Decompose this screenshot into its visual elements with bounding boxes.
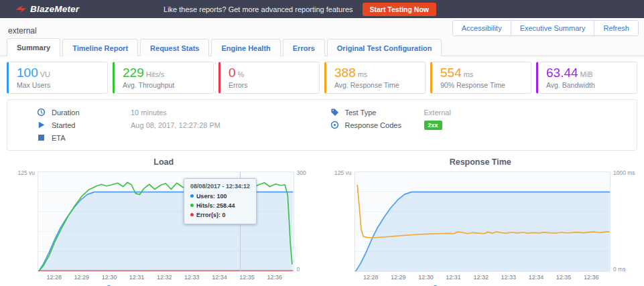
- series-color-dot: [190, 194, 194, 198]
- load-chart: Load 125 vu 300 0 08/08/2017 - 12:34:12U…: [5, 157, 322, 286]
- tab-errors[interactable]: Errors: [283, 39, 325, 56]
- x-tick-label: 12:33: [184, 274, 200, 281]
- clock-icon: [37, 108, 46, 117]
- info-label: Duration: [52, 109, 131, 117]
- x-tick-label: 12:32: [473, 274, 489, 281]
- response-codes-icon: [330, 121, 339, 129]
- info-row-started: StartedAug 08, 2017, 12:27:28 PM: [37, 119, 330, 131]
- x-tick-label: 12:36: [584, 274, 599, 281]
- stop-icon: [37, 133, 46, 142]
- stat-unit: Hits/s: [146, 70, 165, 78]
- stat-value: 100: [17, 66, 38, 80]
- promo-message: Like these reports? Get more advanced re…: [164, 5, 353, 13]
- chart-title: Load: [5, 157, 322, 167]
- info-row-duration: Duration10 minutes: [37, 106, 330, 119]
- info-row-test-type: Test TypeExternal: [330, 106, 624, 119]
- y-axis-right-max-label: 300: [297, 169, 306, 176]
- x-tick-label: 12:34: [212, 274, 227, 281]
- stat-label: Errors: [229, 81, 311, 89]
- stat-value: 63.44: [546, 66, 578, 80]
- stat-label: Avg. Bandwidth: [546, 81, 629, 89]
- info-value: 10 minutes: [131, 109, 167, 117]
- x-tick-label: 12:33: [501, 274, 517, 281]
- tab-request-stats[interactable]: Request Stats: [140, 39, 209, 56]
- y-axis-left-label: 125 vu: [17, 169, 35, 176]
- stat-unit: ms: [358, 70, 368, 78]
- y-axis-left-label: 125 vu: [334, 169, 352, 176]
- stat-value: 0: [229, 66, 236, 80]
- stat-label: Avg. Throughput: [123, 81, 205, 89]
- chart-canvas: [355, 172, 610, 271]
- refresh-button[interactable]: Refresh: [594, 21, 638, 35]
- report-actions: AccessibilityExecutive SummaryRefresh: [452, 20, 639, 36]
- test-info-panel: Duration10 minutesStartedAug 08, 2017, 1…: [7, 99, 637, 151]
- series-color-dot: [190, 213, 194, 216]
- x-tick-label: 12:30: [102, 274, 117, 281]
- stat-label: 90% Response Time: [440, 81, 523, 89]
- stat-unit: ms: [464, 70, 474, 78]
- play-icon: [37, 121, 46, 129]
- stat-card-avg-throughput: 229Hits/sAvg. Throughput: [113, 62, 214, 94]
- x-tick-label: 12:28: [46, 274, 62, 281]
- stats-row: 100VUMax Users229Hits/sAvg. Throughput0%…: [0, 56, 644, 94]
- x-tick-label: 12:34: [529, 274, 544, 281]
- page-title: external: [8, 26, 37, 35]
- tab-bar: SummaryTimeline ReportRequest StatsEngin…: [0, 38, 644, 56]
- info-label: Test Type: [345, 109, 424, 117]
- x-tick-label: 12:31: [129, 274, 145, 281]
- info-row-eta: ETA: [37, 131, 330, 144]
- stat-card-max-users: 100VUMax Users: [7, 62, 108, 94]
- top-navbar: BlazeMeter Like these reports? Get more …: [0, 0, 644, 18]
- tag-icon: [330, 108, 339, 117]
- report-subheader: external AccessibilityExecutive SummaryR…: [0, 18, 644, 38]
- stat-unit: MiB: [580, 70, 593, 78]
- test-info-right-column: Test TypeExternalResponse Codes2xx: [330, 106, 624, 144]
- stat-value-line: 229Hits/s: [123, 66, 205, 80]
- tooltip-row-users: Users: 100: [190, 192, 250, 202]
- x-tick-label: 12:36: [267, 274, 282, 281]
- y-axis-right-min-label: 0: [297, 266, 300, 273]
- x-tick-label: 12:28: [363, 274, 379, 281]
- chart-tooltip: 08/08/2017 - 12:34:12Users: 100Hits/s: 2…: [184, 178, 257, 224]
- y-axis-right-min-label: 0 ms: [613, 266, 625, 273]
- test-info-left-column: Duration10 minutesStartedAug 08, 2017, 1…: [37, 106, 330, 144]
- info-label: ETA: [52, 134, 131, 142]
- chart-plot-area[interactable]: 125 vu 1000 ms 0 ms: [355, 171, 611, 272]
- stat-label: Avg. Response Time: [334, 81, 417, 89]
- stat-card-errors: 0%Errors: [218, 62, 320, 94]
- tab-engine-health[interactable]: Engine Health: [211, 39, 280, 56]
- chart-plot-area[interactable]: 125 vu 300 0 08/08/2017 - 12:34:12Users:…: [38, 171, 294, 272]
- response-codes-badge: 2xx: [424, 121, 442, 130]
- info-label: Response Codes: [345, 121, 424, 129]
- x-axis: 12:2812:2912:3012:3112:3212:3312:3412:35…: [38, 272, 294, 282]
- stat-value-line: 63.44MiB: [546, 66, 629, 80]
- stat-value-line: 0%: [229, 66, 311, 80]
- info-value: External: [424, 109, 451, 117]
- x-tick-label: 12:32: [157, 274, 172, 281]
- accessibility-button[interactable]: Accessibility: [453, 21, 511, 35]
- stat-card-avg-bandwidth: 63.44MiBAvg. Bandwidth: [536, 62, 637, 94]
- stat-card-90-response-time: 554ms90% Response Time: [430, 62, 531, 94]
- blazemeter-logo-icon: [16, 5, 27, 13]
- y-axis-right-max-label: 1000 ms: [613, 169, 635, 176]
- blazemeter-logo[interactable]: BlazeMeter: [16, 4, 79, 14]
- x-axis: 12:2812:2912:3012:3112:3212:3312:3412:35…: [355, 272, 611, 282]
- info-value: Aug 08, 2017, 12:27:28 PM: [131, 121, 220, 129]
- info-row-response-codes: Response Codes2xx: [330, 119, 624, 131]
- stat-value: 388: [334, 66, 356, 80]
- info-label: Started: [52, 121, 131, 129]
- tab-timeline-report[interactable]: Timeline Report: [62, 39, 138, 56]
- tooltip-row-hits-s: Hits/s: 258.44: [190, 202, 250, 211]
- stat-value-line: 554ms: [440, 66, 523, 80]
- x-tick-label: 12:29: [74, 274, 90, 281]
- series-color-dot: [190, 204, 194, 207]
- stat-value-line: 388ms: [334, 66, 417, 80]
- executive-summary-button[interactable]: Executive Summary: [511, 21, 594, 35]
- start-testing-button[interactable]: Start Testing Now: [363, 3, 436, 16]
- stat-value-line: 100VU: [17, 66, 99, 80]
- stat-unit: VU: [40, 70, 50, 78]
- stat-value: 229: [123, 66, 144, 80]
- tab-summary[interactable]: Summary: [7, 38, 60, 56]
- x-tick-label: 12:35: [239, 274, 255, 281]
- tab-original-test-configuration[interactable]: Original Test Configuration: [327, 39, 442, 56]
